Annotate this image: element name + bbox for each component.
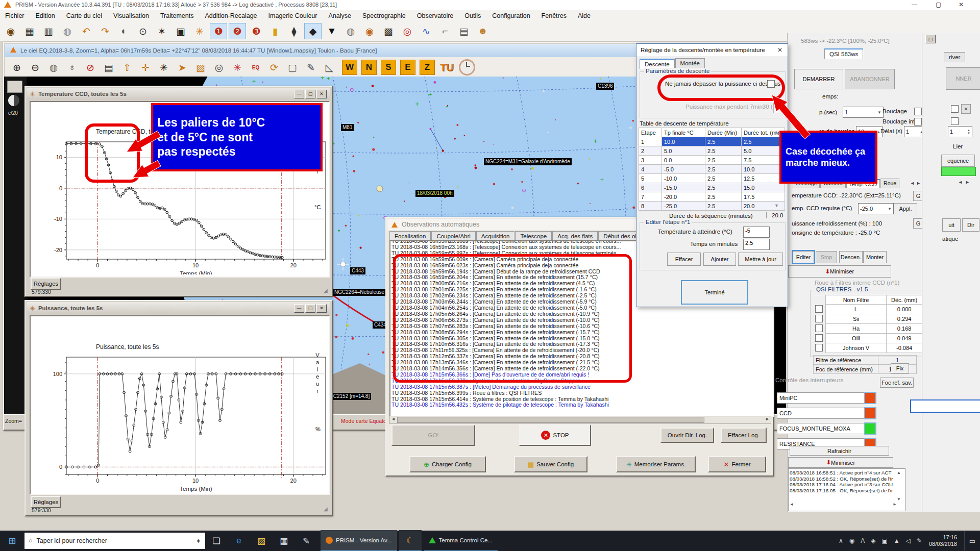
tab-acq-des-flats[interactable]: Acq. des flats [552,231,598,241]
fermer-button[interactable]: ✕Fermer [708,456,766,472]
temp-resize-grip[interactable]: ◢ [324,288,328,293]
menu-spectrographie[interactable]: Spectrographie [362,12,406,19]
globe-icon[interactable]: ♁ [63,59,81,76]
filter-checkbox[interactable] [815,344,823,352]
strip-left-icon[interactable]: ◄ [958,180,963,185]
table-header[interactable]: Durée (Min) [705,128,742,137]
redo-icon[interactable]: ↷ [96,23,114,39]
search-input[interactable]: ○ Taper ici pour rechercher ♦ [24,533,205,549]
maximize-button[interactable]: ▢ [936,1,941,8]
table-row[interactable]: 7-20.02.517.5 [639,192,785,202]
temp-close-icon[interactable]: ✕ [316,90,327,98]
clamp-icon[interactable]: ⌐ [436,23,454,39]
taskbar-clock[interactable]: 17:16 08/03/2018 [929,534,957,547]
dialog-close-icon[interactable]: ✕ [777,46,782,54]
log-line[interactable]: TU 2018-03-08 17h06m56.273s : [Camera] E… [391,317,772,323]
print-icon[interactable]: ▤ [100,59,117,76]
scope-icon[interactable]: ◎ [210,59,228,76]
strip-checkbox-2[interactable] [951,117,959,125]
menu-imagerie-couleur[interactable]: Imagerie Couleur [268,12,317,19]
compass-w-button[interactable]: W [342,60,357,75]
uit-button[interactable]: uit [942,218,961,232]
switch-focus-monture-moxa[interactable]: FOCUS_MONTURE_MOXA [777,423,865,434]
filter-row[interactable]: Ha0.168 [813,324,922,334]
tray-people-icon[interactable]: ◉ [849,537,854,544]
filter-checkbox[interactable] [815,305,823,313]
table-row[interactable]: 8-25.02.520.0 [639,202,785,211]
obs-hscrollbar[interactable]: ◄ ► [389,416,771,424]
menu-edition[interactable]: Edition [36,12,55,19]
menu-visualisation[interactable]: Visualisation [113,12,149,19]
menu-fen-tres[interactable]: Fenêtres [542,12,567,19]
tu-button[interactable]: TU [440,62,454,73]
calculator-icon[interactable]: ▦ [273,531,295,551]
rafraichir-button[interactable]: Rafraichir [790,446,889,456]
compass-s-button[interactable]: S [381,60,396,75]
clock-icon[interactable] [459,59,475,76]
switch-led[interactable] [864,407,876,419]
temp-title-bar[interactable]: ✳ Temperature CCD, toutes les 5s — ▢ ✕ [27,88,330,100]
taskbar-app-temma[interactable]: Temma Control Ce... [424,530,498,551]
foc-sav-button[interactable]: Foc ref. sav. [880,378,914,388]
zoom-out-icon[interactable]: ⊖ [27,59,44,76]
grinder-icon[interactable]: ✳ [191,23,208,39]
power-title-bar[interactable]: ✳ Puissance, toute les 5s — ▢ ✕ [27,302,330,314]
ajouter-button[interactable]: Ajouter [703,253,736,266]
table-row[interactable]: 30.02.57.5 [639,156,785,165]
go-button[interactable]: GO! [391,424,475,446]
power-minimize-icon[interactable]: — [294,304,304,313]
refresh-icon[interactable]: ⟳ [265,59,283,76]
tab-acquisition[interactable]: Acquisition [476,231,515,241]
tabs2-right-icon[interactable]: ► [916,181,921,186]
histogram-icon[interactable]: ▥ [40,23,57,39]
tab-focalisation[interactable]: Focalisation [389,231,431,241]
filter-checkbox[interactable] [815,315,823,322]
switch-log[interactable]: 08/03/2018 16:58:51 : Active port n°4 su… [788,468,905,511]
qsi-stop-button[interactable]: Stop [816,251,837,263]
dialog-title-bar[interactable]: Réglage de la descente/montée en tempéra… [636,44,788,56]
snowflake-icon[interactable]: ✳ [229,59,246,76]
dir-button[interactable]: Dir [962,218,979,232]
log-line[interactable]: TU 2018-03-08 17h15m56.399s : Roue à fil… [391,390,772,396]
draw-icon[interactable]: ✎ [302,59,320,76]
temp-minimize-icon[interactable]: — [294,90,304,98]
strip-moon-icon[interactable] [8,95,19,106]
filter-row[interactable]: Sii0.294 [813,314,922,324]
table-scroll-down-icon[interactable]: ▼ [774,203,779,208]
log-line[interactable]: TU 2018-03-08 17h08m56.294s : [Camera] E… [391,330,772,336]
paint-icon[interactable]: ✎ [295,531,317,551]
abandonner-button[interactable]: ABANDONNER [845,69,895,89]
sphere-icon[interactable]: ◍ [45,59,62,76]
observer-icon[interactable]: ◆ [304,23,322,39]
magnifier-star-icon[interactable]: ✶ [153,23,170,39]
filter-row[interactable]: Johnson V-0.084 [813,343,922,353]
exp-combo[interactable]: 1▼ [843,107,884,118]
strip-right-icon[interactable]: ► [965,180,970,185]
no-entry-icon[interactable]: ⊘ [82,59,99,76]
camera1-icon[interactable]: ❶ [210,23,227,39]
table-row[interactable]: 5-10.02.512.5 [639,174,785,183]
export-icon[interactable]: ⇧ [118,59,136,76]
switch-ccd[interactable]: CCD [777,408,865,419]
bouclage-checkbox[interactable] [914,108,922,115]
target-icon[interactable]: ✛ [137,59,154,76]
droplet-icon[interactable]: ▼ [323,23,340,39]
save-icon[interactable]: ▦ [21,23,38,39]
termine-button[interactable]: Terminé [681,280,748,305]
explorer-icon[interactable]: ▨ [250,531,273,551]
starfield-icon[interactable]: ▩ [380,23,397,39]
info-icon[interactable]: ◍ [59,23,76,39]
descen-button[interactable]: Descen. [839,251,863,263]
effacer-button[interactable]: Effacer [667,253,701,266]
power-close-icon[interactable]: ✕ [316,304,327,313]
chart2-icon[interactable]: ▤ [455,23,473,39]
power-maximize-icon[interactable]: ▢ [305,304,315,313]
magnifier-icon[interactable]: ⊙ [134,23,152,39]
tab-roue[interactable]: Roue [880,179,899,188]
power-resize-grip[interactable]: ◢ [324,506,328,512]
filter-checkbox[interactable] [815,334,823,342]
tab-qsi-583ws[interactable]: QSI 583ws [824,48,863,59]
tab-telescope[interactable]: Telescope [515,231,552,241]
temp-atteindre-input[interactable]: -5 [743,227,770,238]
log-line[interactable]: TU 2018-03-08 17h15m56.432s : Système de… [391,402,772,408]
